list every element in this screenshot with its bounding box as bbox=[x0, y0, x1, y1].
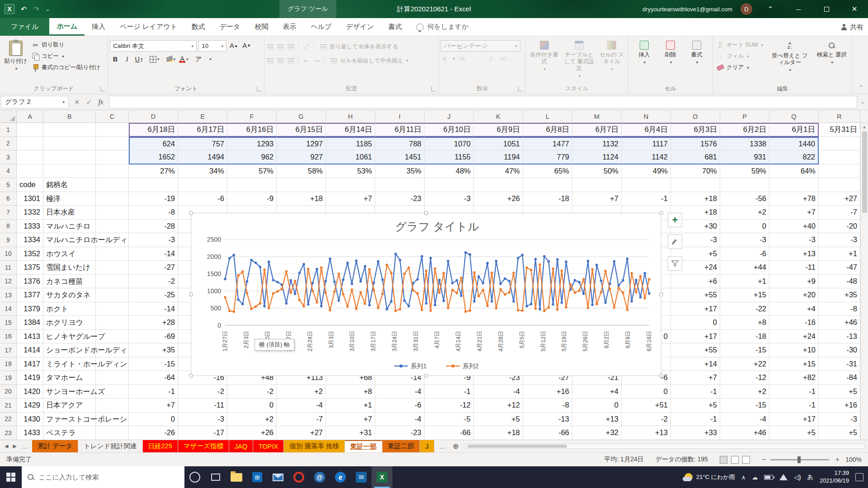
cell-Q5[interactable] bbox=[769, 178, 819, 192]
cell-A4[interactable] bbox=[17, 164, 43, 178]
cell-styles-button[interactable]: セルの スタイル▾ bbox=[598, 38, 626, 84]
chart-handle-e[interactable] bbox=[659, 292, 663, 296]
undo-button[interactable]: ↶ bbox=[21, 5, 27, 14]
cell-E22[interactable]: -3 bbox=[178, 413, 227, 427]
row-header-4[interactable]: 4 bbox=[0, 164, 17, 178]
row-header-12[interactable]: 12 bbox=[0, 275, 17, 289]
cell-R11[interactable]: -47 bbox=[819, 261, 860, 275]
increase-font-button[interactable]: A▲ bbox=[228, 40, 240, 51]
align-center-icon[interactable] bbox=[277, 58, 284, 63]
cell-R10[interactable]: +1 bbox=[819, 247, 860, 261]
cell-H4[interactable]: 53% bbox=[326, 164, 375, 178]
cell-O12[interactable]: +6 bbox=[671, 275, 720, 289]
number-format-select[interactable]: パーセンテージ▾ bbox=[441, 40, 520, 52]
autosum-button[interactable]: Σオート SUM▾ bbox=[715, 41, 765, 49]
cell-O19[interactable]: +7 bbox=[671, 371, 720, 385]
cell-R6[interactable]: +27 bbox=[819, 192, 860, 206]
cell-E4[interactable]: 34% bbox=[178, 164, 227, 178]
font-name-select[interactable]: Calibri 本文▾ bbox=[110, 40, 197, 52]
column-header-B[interactable]: B bbox=[43, 110, 96, 122]
cell-H1[interactable]: 6月14日 bbox=[326, 123, 375, 137]
cell-N5[interactable] bbox=[622, 178, 671, 192]
column-header-O[interactable]: O bbox=[671, 110, 720, 122]
row-header-5[interactable]: 5 bbox=[0, 178, 17, 192]
cell-J21[interactable]: -12 bbox=[425, 399, 474, 413]
decrease-indent-icon[interactable]: ⇤ bbox=[302, 57, 310, 65]
tab-ヘルプ[interactable]: ヘルプ bbox=[303, 18, 339, 36]
borders-button[interactable]: ▾ bbox=[148, 54, 161, 65]
page-break-view-button[interactable] bbox=[742, 456, 750, 464]
cell-I5[interactable] bbox=[375, 178, 425, 192]
row-header-19[interactable]: 19 bbox=[0, 371, 17, 385]
cell-D20[interactable]: -1 bbox=[129, 385, 178, 399]
tab-校閲[interactable]: 校閲 bbox=[247, 18, 275, 36]
formula-input[interactable] bbox=[109, 96, 857, 108]
cell-B8[interactable]: マルハニチロ bbox=[43, 220, 96, 234]
ribbon-display-options-button[interactable]: ⌃ bbox=[760, 0, 780, 18]
cell-D16[interactable]: -69 bbox=[129, 330, 178, 344]
zoom-out-button[interactable]: − bbox=[762, 455, 766, 464]
cell-G4[interactable]: 58% bbox=[277, 164, 326, 178]
cell-I4[interactable]: 35% bbox=[375, 164, 425, 178]
align-right-icon[interactable] bbox=[288, 58, 294, 63]
cell-I22[interactable]: -4 bbox=[375, 413, 425, 427]
cell-R5[interactable] bbox=[819, 178, 860, 192]
action-center-icon[interactable] bbox=[855, 473, 863, 481]
cell-K5[interactable] bbox=[474, 178, 523, 192]
share-button[interactable]: 共有 bbox=[841, 18, 863, 36]
cell-A17[interactable]: 1414 bbox=[17, 343, 43, 357]
cell-K21[interactable]: +12 bbox=[474, 399, 523, 413]
cell-D6[interactable]: -19 bbox=[129, 192, 178, 206]
cell-J6[interactable]: -3 bbox=[425, 192, 474, 206]
cell-P13[interactable]: +15 bbox=[720, 288, 769, 302]
cell-Q18[interactable]: +15 bbox=[769, 357, 819, 371]
cell-M1[interactable]: 6月7日 bbox=[572, 123, 622, 137]
cell-B4[interactable] bbox=[43, 164, 96, 178]
cell-A7[interactable]: 1332 bbox=[17, 206, 43, 220]
align-middle-icon[interactable] bbox=[277, 44, 284, 49]
row-header-23[interactable]: 23 bbox=[0, 426, 17, 440]
cell-R3[interactable] bbox=[819, 150, 860, 164]
cell-M6[interactable]: +7 bbox=[572, 192, 622, 206]
decrease-decimal-icon[interactable]: .00→ bbox=[499, 55, 512, 62]
speaker-icon[interactable]: ◁) bbox=[794, 474, 801, 481]
cell-F23[interactable]: +26 bbox=[227, 426, 277, 440]
sheet-tab-東証一部[interactable]: 東証一部 bbox=[345, 440, 382, 452]
close-button[interactable]: ✕ bbox=[844, 0, 864, 18]
cell-D2[interactable]: 624 bbox=[129, 137, 178, 151]
cell-E3[interactable]: 1494 bbox=[178, 150, 227, 164]
cell-B17[interactable]: ショーボンドホールディングス bbox=[43, 343, 96, 357]
tab-デザイン[interactable]: デザイン bbox=[339, 18, 381, 36]
row-header-18[interactable]: 18 bbox=[0, 357, 17, 371]
cell-Q17[interactable]: +10 bbox=[769, 343, 819, 357]
column-header-C[interactable]: C bbox=[96, 110, 129, 122]
cell-Q7[interactable]: +7 bbox=[769, 206, 819, 220]
cell-R1[interactable]: 5月31日 bbox=[819, 123, 860, 137]
cell-A21[interactable]: 1429 bbox=[17, 399, 43, 413]
cell-F22[interactable]: +2 bbox=[227, 413, 277, 427]
cell-P3[interactable]: 931 bbox=[720, 150, 769, 164]
cell-O3[interactable]: 681 bbox=[671, 150, 720, 164]
cell-J22[interactable]: -5 bbox=[425, 413, 474, 427]
cell-N20[interactable]: 0 bbox=[622, 385, 671, 399]
column-header-M[interactable]: M bbox=[572, 110, 622, 122]
cell-A14[interactable]: 1379 bbox=[17, 302, 43, 316]
restore-button[interactable] bbox=[816, 0, 836, 18]
cell-N1[interactable]: 6月4日 bbox=[622, 123, 671, 137]
cell-P5[interactable] bbox=[720, 178, 769, 192]
cell-A15[interactable]: 1384 bbox=[17, 316, 43, 330]
cell-G6[interactable]: +18 bbox=[277, 192, 326, 206]
cell-O15[interactable]: 0 bbox=[671, 316, 720, 330]
edge-button[interactable]: e bbox=[330, 466, 351, 488]
cell-C3[interactable] bbox=[96, 150, 129, 164]
cell-R16[interactable]: -13 bbox=[819, 330, 860, 344]
cell-K22[interactable]: +5 bbox=[474, 413, 523, 427]
formula-bar-expand-icon[interactable]: ⌄ bbox=[857, 99, 868, 105]
increase-decimal-icon[interactable]: ←.0 bbox=[481, 55, 495, 62]
cell-Q1[interactable]: 6月1日 bbox=[769, 123, 819, 137]
tab-書式[interactable]: 書式 bbox=[381, 18, 409, 36]
scroll-up-icon[interactable]: ▲ bbox=[863, 123, 867, 131]
cell-A18[interactable]: 1417 bbox=[17, 357, 43, 371]
chart-handle-s[interactable] bbox=[424, 374, 428, 378]
cell-H5[interactable] bbox=[326, 178, 375, 192]
